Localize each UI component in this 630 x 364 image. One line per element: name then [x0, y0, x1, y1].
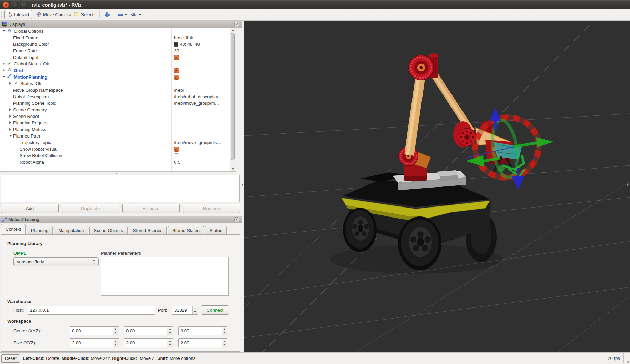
spin-up-icon[interactable]: [115, 341, 117, 342]
expander-closed-icon[interactable]: [9, 121, 11, 124]
window-close-button[interactable]: ×: [3, 2, 9, 8]
tree-value[interactable]: 48; 48; 48: [174, 41, 230, 48]
resize-grip-icon[interactable]: [625, 359, 629, 363]
expander-closed-icon[interactable]: [9, 82, 11, 85]
tree-row[interactable]: Robot Alpha0.5: [0, 159, 236, 165]
tree-scrollbar[interactable]: [230, 28, 236, 171]
tab-status[interactable]: Status: [205, 226, 227, 235]
tree-row[interactable]: Scene Geometry: [0, 107, 236, 113]
interact-tool-button[interactable]: Interact: [4, 10, 32, 19]
spin-up-icon[interactable]: [223, 328, 225, 330]
port-spinbox[interactable]: 33829: [172, 306, 198, 315]
spinner-buttons[interactable]: [167, 327, 173, 335]
expander-closed-icon[interactable]: [9, 115, 11, 118]
scroll-down-icon[interactable]: [232, 168, 234, 170]
tree-row[interactable]: Show Robot Visual✔: [0, 146, 236, 152]
tree-value[interactable]: /hebi: [174, 87, 230, 93]
tree-row[interactable]: Fixed Framebase_link: [0, 34, 236, 41]
move-camera-tool-button[interactable]: Move Camera: [33, 10, 74, 19]
host-input[interactable]: 127.0.0.1: [28, 306, 155, 315]
expander-closed-icon[interactable]: [9, 128, 11, 131]
size-x-spinbox[interactable]: 2.00: [70, 338, 119, 347]
tree-value[interactable]: 30: [174, 48, 230, 54]
planner-parameters-table[interactable]: [101, 257, 229, 296]
chevron-down-icon[interactable]: [125, 14, 128, 16]
center-z-spinbox[interactable]: 0.00: [178, 326, 227, 335]
spinner-buttons[interactable]: [222, 327, 227, 335]
spinner-buttons[interactable]: [222, 339, 227, 347]
spin-up-icon[interactable]: [169, 341, 171, 342]
tree-row[interactable]: Grid✔: [0, 67, 236, 74]
tab-planning[interactable]: Planning: [27, 226, 53, 235]
size-y-spinbox[interactable]: 2.00: [124, 338, 173, 347]
tree-row[interactable]: Move Group Namespace/hebi: [0, 87, 236, 93]
center-y-spinbox[interactable]: 0.00: [124, 326, 173, 335]
3d-viewport-canvas[interactable]: [244, 21, 630, 352]
tab-stored-states[interactable]: Stored States: [168, 226, 204, 235]
zoom-in-plus-icon[interactable]: [104, 12, 110, 19]
add-button[interactable]: Add: [1, 204, 59, 213]
tree-row[interactable]: Background Color48; 48; 48: [0, 41, 236, 48]
tab-stored-scenes[interactable]: Stored Scenes: [129, 226, 167, 235]
spin-down-icon[interactable]: [223, 344, 225, 345]
checkbox-unchecked[interactable]: [174, 153, 179, 158]
panel-collapse-left-icon[interactable]: [242, 183, 243, 186]
chevron-down-icon[interactable]: [139, 14, 141, 16]
tab-context[interactable]: Context: [1, 224, 26, 234]
checkbox-checked[interactable]: ✔: [174, 147, 179, 152]
spin-up-icon[interactable]: [169, 328, 171, 330]
checkbox-checked[interactable]: ✔: [174, 68, 179, 73]
checkbox-checked[interactable]: ✔: [174, 55, 179, 60]
size-z-spinbox[interactable]: 2.00: [178, 338, 227, 347]
spin-down-icon[interactable]: [194, 311, 196, 313]
spin-up-icon[interactable]: [194, 308, 196, 309]
tree-row[interactable]: Default Light✔: [0, 54, 236, 61]
close-icon[interactable]: ✕: [234, 217, 239, 222]
motionplanning-panel-header[interactable]: MotionPlanning ✕: [0, 216, 242, 223]
spin-down-icon[interactable]: [169, 344, 171, 345]
spin-up-icon[interactable]: [115, 328, 117, 330]
window-minimize-button[interactable]: –: [12, 2, 18, 8]
tree-value[interactable]: /hebi/robot_description: [174, 93, 230, 100]
spin-down-icon[interactable]: [223, 332, 225, 333]
tree-value[interactable]: /hebi/move_group/m…: [174, 100, 230, 107]
expander-closed-icon[interactable]: [9, 108, 11, 111]
window-maximize-button[interactable]: ▢: [21, 2, 27, 8]
spin-down-icon[interactable]: [93, 263, 95, 264]
visibility-eye-icon[interactable]: [131, 12, 137, 18]
spin-up-icon[interactable]: [223, 341, 225, 342]
horizontal-splitter[interactable]: [0, 172, 242, 175]
tree-row[interactable]: ⚙Global Options: [0, 28, 236, 34]
tree-row[interactable]: ✔Global Status: Ok: [0, 61, 236, 67]
scrollbar-thumb[interactable]: [231, 33, 235, 160]
tree-row[interactable]: Planning Scene Topic/hebi/move_group/m…: [0, 100, 236, 107]
tree-row[interactable]: Frame Rate30: [0, 48, 236, 54]
tree-row[interactable]: Scene Robot: [0, 113, 236, 120]
planner-select-dropdown[interactable]: <unspecified>: [13, 257, 99, 266]
connect-button[interactable]: Connect: [201, 305, 229, 315]
center-x-spinbox[interactable]: 0.00: [70, 326, 119, 335]
tab-scene-objects[interactable]: Scene Objects: [89, 226, 128, 235]
spin-down-icon[interactable]: [115, 344, 117, 345]
checkbox-checked[interactable]: ✔: [174, 75, 179, 80]
tree-row[interactable]: Robot Description/hebi/robot_description: [0, 93, 236, 100]
reset-button[interactable]: Reset: [1, 354, 20, 363]
zoom-out-minus-icon[interactable]: [118, 12, 123, 19]
spinner-buttons[interactable]: [192, 306, 198, 314]
scroll-up-icon[interactable]: [232, 29, 234, 31]
tree-value[interactable]: /hebi/move_group/dis…: [174, 139, 230, 146]
tree-value[interactable]: base_link: [174, 34, 230, 41]
spin-down-icon[interactable]: [115, 332, 117, 333]
tree-row[interactable]: ✔Status: Ok: [0, 80, 236, 87]
expander-open-icon[interactable]: [3, 76, 6, 78]
expander-closed-icon[interactable]: [3, 69, 5, 72]
spin-down-icon[interactable]: [169, 332, 171, 333]
panel-collapse-right-icon[interactable]: [627, 183, 629, 186]
tree-row[interactable]: MotionPlanning✔: [0, 74, 236, 80]
tree-row[interactable]: Planning Request: [0, 120, 236, 126]
toolbar-grip-icon[interactable]: [1, 12, 2, 18]
3d-viewport[interactable]: [244, 21, 630, 352]
displays-tree[interactable]: ⚙Global OptionsFixed Framebase_linkBackg…: [0, 28, 236, 172]
tree-value[interactable]: 0.5: [174, 159, 230, 165]
spin-up-icon[interactable]: [93, 260, 95, 261]
